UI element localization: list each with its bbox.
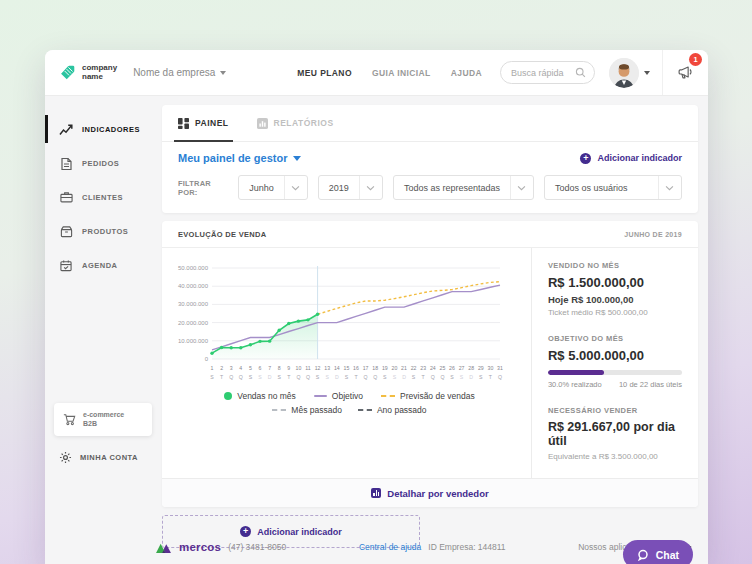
announcements-button[interactable]: 1 [662, 50, 708, 95]
detail-by-seller-button[interactable]: Detalhar por vendedor [162, 478, 698, 507]
chart-legend-row2: Mês passado Ano passado [172, 405, 527, 415]
company-id: ID Empresa: 144811 [428, 542, 505, 552]
svg-text:Q: Q [239, 374, 243, 380]
sidebar-item-indicadores[interactable]: INDICADORES [45, 112, 160, 146]
svg-text:13: 13 [324, 365, 330, 371]
svg-text:30.000.000: 30.000.000 [178, 301, 209, 307]
svg-text:21: 21 [401, 365, 407, 371]
sales-evolution-card: EVOLUÇÃO DE VENDA JUNHO DE 2019 010.000.… [162, 221, 698, 507]
chevron-down-icon [359, 176, 382, 199]
svg-text:19: 19 [382, 365, 388, 371]
quick-search[interactable] [500, 61, 595, 84]
user-menu[interactable] [609, 58, 650, 88]
legend-line-swatch [314, 395, 327, 397]
svg-text:8: 8 [278, 365, 281, 371]
chat-button[interactable]: Chat [623, 540, 693, 564]
svg-text:Q: Q [498, 374, 502, 380]
filter-usuarios-select[interactable]: Todos os usuários [544, 175, 682, 200]
goal-progress-fill [548, 370, 604, 375]
sidebar-item-label: CLIENTES [82, 193, 123, 202]
notification-badge[interactable]: 1 [689, 53, 702, 66]
goal-days: 10 de 22 dias úteis [619, 380, 682, 389]
svg-text:22: 22 [411, 365, 417, 371]
svg-text:S: S [460, 374, 464, 380]
panel-controls-card: PAINEL RELATÓRIOS Meu painel de gestor [162, 105, 698, 213]
need-value: R$ 291.667,00 por dia útil [548, 420, 682, 448]
goal-realized: 30.0% realizado [548, 380, 602, 389]
sidebar-item-pedidos[interactable]: PEDIDOS [45, 146, 160, 180]
company-logo[interactable]: company name [45, 64, 117, 82]
tab-label: RELATÓRIOS [274, 118, 334, 128]
filter-year-value: 2019 [319, 183, 359, 193]
filter-month-select[interactable]: Junho [238, 175, 308, 200]
svg-text:31: 31 [497, 365, 503, 371]
sidebar-item-clientes[interactable]: CLIENTES [45, 180, 160, 214]
sidebar: INDICADORES PEDIDOS CLIENTES PRODUTOS [45, 96, 160, 564]
svg-text:Q: Q [431, 374, 435, 380]
company-selector[interactable]: Nome da empresa [133, 67, 226, 78]
stat-label: NECESSÁRIO VENDER [548, 406, 682, 415]
svg-text:Q: Q [296, 374, 300, 380]
legend-label: Objetivo [332, 391, 363, 401]
sidebar-item-label: AGENDA [82, 261, 118, 270]
add-indicator-link[interactable]: + Adicionar indicador [580, 153, 682, 164]
ecommerce-b2b-button[interactable]: e-commerce B2B [54, 403, 152, 436]
clients-icon [59, 191, 73, 203]
goal-stat: OBJETIVO DO MÊS R$ 5.000.000,00 30.0% re… [548, 334, 682, 389]
svg-text:S: S [479, 374, 483, 380]
sidebar-item-label: PRODUTOS [82, 227, 128, 236]
search-input[interactable] [511, 68, 570, 78]
svg-text:14: 14 [334, 365, 340, 371]
nav-ajuda[interactable]: AJUDA [451, 68, 482, 78]
sales-chart: 010.000.00020.000.00030.000.00040.000.00… [162, 248, 531, 478]
need-stat: NECESSÁRIO VENDER R$ 291.667,00 por dia … [548, 406, 682, 461]
main-content: PAINEL RELATÓRIOS Meu painel de gestor [160, 96, 708, 564]
add-indicator-label: Adicionar indicador [597, 153, 682, 163]
legend-dot-swatch [224, 392, 232, 400]
legend-label: Ano passado [377, 405, 427, 415]
nav-guia-inicial[interactable]: GUIA INICIAL [372, 68, 431, 78]
svg-text:20.000.000: 20.000.000 [178, 320, 209, 326]
tab-painel[interactable]: PAINEL [178, 105, 229, 141]
calendar-icon [59, 259, 73, 272]
app-window: company name Nome da empresa MEU PLANO G… [45, 50, 708, 564]
need-equivalent: Equivalente a R$ 3.500.000,00 [548, 452, 682, 461]
sidebar-item-minha-conta[interactable]: MINHA CONTA [59, 451, 138, 464]
svg-text:T: T [287, 374, 291, 380]
panel-selector-dropdown[interactable]: Meu painel de gestor [178, 152, 301, 164]
svg-text:18: 18 [372, 365, 378, 371]
svg-text:S: S [393, 374, 397, 380]
sidebar-item-produtos[interactable]: PRODUTOS [45, 214, 160, 248]
svg-text:10.000.000: 10.000.000 [178, 338, 209, 344]
report-chart-icon [257, 118, 268, 129]
filter-label: FILTRAR POR: [178, 179, 228, 197]
filter-year-select[interactable]: 2019 [318, 175, 383, 200]
svg-text:S: S [383, 374, 387, 380]
filter-bar: FILTRAR POR: Junho 2019 Todos as represe… [162, 167, 698, 213]
tab-relatorios[interactable]: RELATÓRIOS [257, 105, 334, 141]
sidebar-item-label: PEDIDOS [82, 159, 119, 168]
chevron-down-icon [284, 176, 307, 199]
sidebar-item-agenda[interactable]: AGENDA [45, 248, 160, 282]
help-center-link[interactable]: Central de ajuda [359, 542, 421, 552]
bar-chart-icon [371, 488, 381, 498]
company-selector-label: Nome da empresa [133, 67, 215, 78]
sold-today: Hoje R$ 100.000,00 [548, 294, 682, 305]
svg-text:4: 4 [239, 365, 242, 371]
footer: mercos (47) 3481-8050 Central de ajuda I… [155, 535, 693, 559]
mercos-logo-icon [155, 540, 172, 554]
panel-selector-label: Meu painel de gestor [178, 152, 287, 164]
svg-text:15: 15 [344, 365, 350, 371]
svg-text:S: S [210, 374, 214, 380]
chart-title: EVOLUÇÃO DE VENDA [178, 230, 266, 239]
svg-text:Q: Q [440, 374, 444, 380]
goal-value: R$ 5.000.000,00 [548, 348, 682, 363]
nav-meu-plano[interactable]: MEU PLANO [297, 68, 352, 78]
plus-circle-icon: + [580, 153, 591, 164]
line-chart-icon [59, 123, 73, 136]
svg-text:11: 11 [305, 365, 310, 371]
svg-text:2: 2 [220, 365, 223, 371]
svg-text:S: S [450, 374, 454, 380]
legend-dash-swatch [272, 409, 286, 411]
filter-representadas-select[interactable]: Todos as representadas [393, 175, 534, 200]
